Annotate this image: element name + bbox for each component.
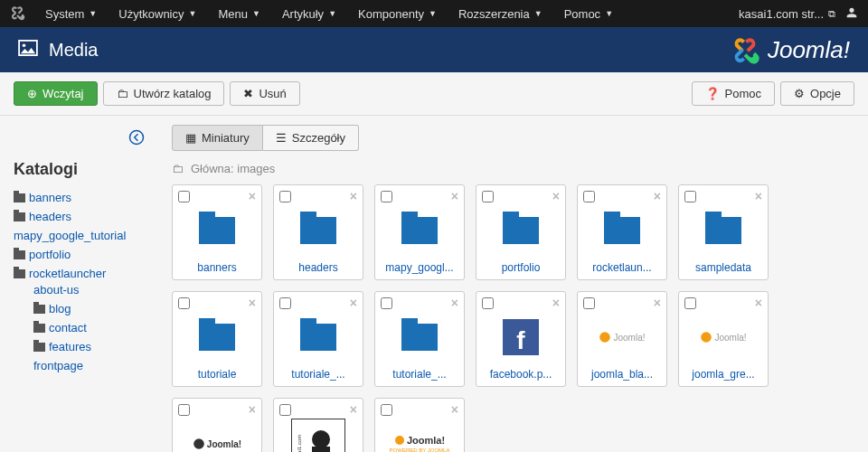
tab-thumbnails[interactable]: ▦ Miniatury xyxy=(172,125,263,151)
media-item[interactable]: ×tutoriale xyxy=(172,291,262,387)
menu-item-menu[interactable]: Menu ▼ xyxy=(207,0,270,27)
close-icon[interactable]: × xyxy=(552,189,560,203)
menu-item-system[interactable]: System ▼ xyxy=(34,0,108,27)
folder-icon xyxy=(300,324,336,351)
select-checkbox[interactable] xyxy=(178,404,190,416)
chevron-down-icon: ▼ xyxy=(328,9,336,18)
menu-item-użytkownicy[interactable]: Użytkownicy ▼ xyxy=(108,0,207,27)
delete-button[interactable]: ✖ Usuń xyxy=(230,81,299,106)
close-icon[interactable]: × xyxy=(249,402,256,417)
tree-item-rocketlauncher[interactable]: rocketlauncher xyxy=(14,267,149,280)
close-icon[interactable]: × xyxy=(249,189,256,203)
media-item[interactable]: ×tutoriale_... xyxy=(374,291,465,387)
media-item[interactable]: ×Joomla!joomla_gre... xyxy=(678,291,769,387)
options-button[interactable]: ⚙ Opcje xyxy=(780,81,854,106)
tree-item-frontpage[interactable]: frontpage xyxy=(33,359,149,372)
media-item[interactable]: ×kasai1.comlogo_kasai... xyxy=(273,398,363,452)
tree-item-banners[interactable]: banners xyxy=(14,191,149,204)
folder-icon xyxy=(33,343,45,352)
folder-icon xyxy=(401,217,438,244)
collapse-sidebar-button[interactable] xyxy=(14,125,149,153)
select-checkbox[interactable] xyxy=(381,191,392,202)
tree-item-headers[interactable]: headers xyxy=(14,210,149,223)
svg-point-2 xyxy=(130,131,144,145)
chevron-down-icon: ▼ xyxy=(534,9,542,18)
item-label: tutoriale xyxy=(178,368,256,381)
tree-item-blog[interactable]: blog xyxy=(33,302,149,315)
select-checkbox[interactable] xyxy=(482,297,494,309)
media-item[interactable]: ×portfolio xyxy=(476,184,566,280)
tree-item-portfolio[interactable]: portfolio xyxy=(14,248,149,261)
menu-item-pomoc[interactable]: Pomoc ▼ xyxy=(553,0,624,27)
close-icon[interactable]: × xyxy=(350,296,357,310)
select-checkbox[interactable] xyxy=(583,297,595,309)
close-icon[interactable]: × xyxy=(350,189,357,203)
select-checkbox[interactable] xyxy=(279,297,291,309)
folder-icon xyxy=(300,217,336,244)
user-menu-icon[interactable] xyxy=(844,5,859,23)
create-folder-button[interactable]: 🗀 Utwórz katalog xyxy=(103,81,225,106)
select-checkbox[interactable] xyxy=(381,297,392,309)
close-icon[interactable]: × xyxy=(654,296,661,310)
tree-item-contact[interactable]: contact xyxy=(33,321,149,334)
select-checkbox[interactable] xyxy=(279,191,291,202)
thumbnail xyxy=(279,310,357,364)
close-icon[interactable]: × xyxy=(755,189,762,203)
thumbnail: Joomla! xyxy=(684,310,762,364)
folder-icon xyxy=(199,217,235,244)
chevron-down-icon: ▼ xyxy=(189,9,197,18)
media-item[interactable]: ×tutoriale_... xyxy=(273,291,363,387)
select-checkbox[interactable] xyxy=(684,297,696,309)
thumbnail: Joomla!POWERED BY JOOMLA xyxy=(381,417,458,452)
tree-item-features[interactable]: features xyxy=(33,340,149,353)
sidebar-title: Katalogi xyxy=(14,160,149,179)
close-icon[interactable]: × xyxy=(654,189,661,203)
menu-item-rozszerzenia[interactable]: Rozszerzenia ▼ xyxy=(448,0,553,27)
tree-item-mapy_google_tutorial[interactable]: mapy_google_tutorial xyxy=(14,229,149,242)
select-checkbox[interactable] xyxy=(482,191,494,202)
media-item[interactable]: ×Joomla!POWERED BY JOOMLA xyxy=(374,398,465,452)
view-site-link[interactable]: kasai1.com str... ⧉ xyxy=(739,7,835,21)
media-icon xyxy=(18,40,38,61)
thumbnail xyxy=(178,203,256,258)
select-checkbox[interactable] xyxy=(279,404,291,416)
thumbnail xyxy=(178,310,256,364)
thumbnail xyxy=(279,203,357,258)
item-label: portfolio xyxy=(482,261,560,274)
select-checkbox[interactable] xyxy=(178,297,190,309)
help-button[interactable]: ❓ Pomoc xyxy=(692,81,775,106)
media-item[interactable]: ×headers xyxy=(273,184,363,280)
close-icon[interactable]: × xyxy=(451,296,458,310)
breadcrumb: 🗀 Główna: images xyxy=(172,162,854,175)
tab-details[interactable]: ☰ Szczegóły xyxy=(263,125,359,151)
menu-item-komponenty[interactable]: Komponenty ▼ xyxy=(347,0,448,27)
close-icon[interactable]: × xyxy=(552,296,560,310)
chevron-down-icon: ▼ xyxy=(252,9,260,18)
close-icon[interactable]: × xyxy=(755,296,762,310)
close-icon[interactable]: × xyxy=(451,402,458,417)
main-content: ▦ Miniatury ☰ Szczegóły 🗀 Główna: images… xyxy=(158,116,868,452)
close-icon[interactable]: × xyxy=(350,402,357,417)
upload-button[interactable]: ⊕ Wczytaj xyxy=(14,81,98,106)
tree-item-about-us[interactable]: about-us xyxy=(33,283,149,297)
close-icon[interactable]: × xyxy=(451,189,458,203)
folder-icon xyxy=(33,324,45,333)
chevron-down-icon: ▼ xyxy=(429,9,437,18)
media-item[interactable]: ×sampledata xyxy=(678,184,769,280)
media-item[interactable]: ×Joomla!joomla_bla... xyxy=(577,291,667,387)
media-item[interactable]: ×ffacebook.p... xyxy=(476,291,566,387)
media-item[interactable]: ×rocketlaun... xyxy=(577,184,667,280)
media-item[interactable]: ×Joomla!joomla_log... xyxy=(172,398,262,452)
close-icon[interactable]: × xyxy=(249,296,256,310)
media-item[interactable]: ×banners xyxy=(172,184,262,280)
folder-icon xyxy=(503,217,539,244)
folder-icon xyxy=(199,324,235,351)
joomla-icon[interactable] xyxy=(9,5,25,24)
item-label: tutoriale_... xyxy=(381,368,458,381)
select-checkbox[interactable] xyxy=(178,191,190,202)
select-checkbox[interactable] xyxy=(684,191,696,202)
media-item[interactable]: ×mapy_googl... xyxy=(374,184,465,280)
menu-item-artykuły[interactable]: Artykuły ▼ xyxy=(271,0,347,27)
select-checkbox[interactable] xyxy=(583,191,595,202)
select-checkbox[interactable] xyxy=(381,404,392,416)
